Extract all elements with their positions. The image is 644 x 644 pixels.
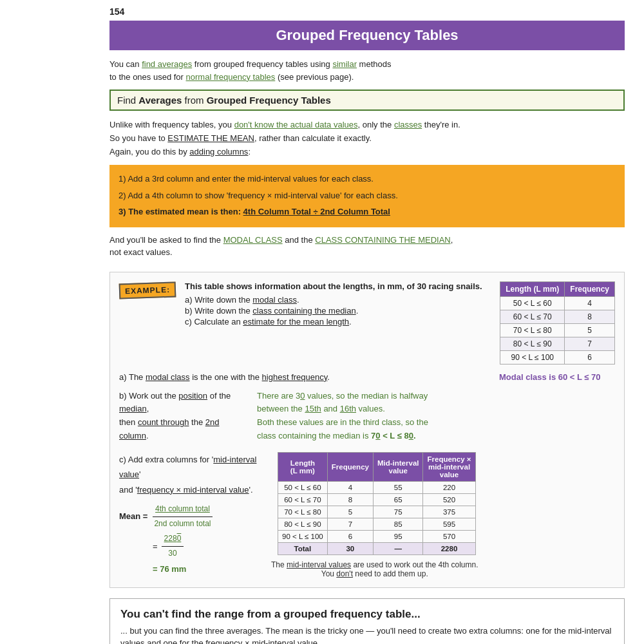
median-ref: median	[119, 404, 147, 413]
freq-table-cell: 8	[565, 310, 615, 323]
col-freq: Frequency	[565, 281, 615, 296]
similar-link[interactable]: similar	[332, 59, 357, 69]
ext-table-cell: 80 < L ≤ 90	[278, 518, 328, 530]
frequency-table: Length (L mm) Frequency 50 < L ≤ 60460 <…	[500, 281, 615, 365]
normal-freq-link[interactable]: normal frequency tables	[186, 72, 276, 82]
count-through-ref: count through	[138, 417, 189, 427]
bottom-box: You can't find the range from a grouped …	[109, 598, 625, 644]
ext-col-freqxmid: Frequency ×mid-intervalvalue	[423, 452, 475, 481]
freq-table-cell: 90 < L ≤ 100	[500, 350, 565, 364]
ext-total-cell: —	[373, 542, 423, 554]
find-averages-link[interactable]: find averages	[142, 59, 192, 69]
ext-table-cell: 75	[373, 506, 423, 518]
freq-table-cell: 70 < L ≤ 80	[500, 323, 565, 337]
step-1: 1) Add a 3rd column and enter the mid-in…	[118, 171, 616, 186]
part-c-line2: and 'frequency × mid-interval value'.	[119, 482, 261, 497]
class-median-q: class containing the median	[252, 306, 355, 316]
ext-table-cell: 520	[423, 493, 475, 506]
ext-table-cell: 7	[327, 518, 373, 530]
grouped-freq-bold: Grouped Frequency Tables	[207, 95, 331, 106]
highest-freq-ref: highest frequency	[262, 372, 328, 382]
col-length: Length (L mm)	[500, 281, 565, 296]
ext-col-freq: Frequency	[327, 452, 373, 481]
example-desc: This table shows information about the l…	[185, 281, 491, 291]
ext-table-cell: 6	[327, 530, 373, 542]
example-top-row: EXAMPLE: This table shows information ab…	[119, 281, 615, 365]
example-section: EXAMPLE: This table shows information ab…	[109, 272, 625, 588]
mean-row-1: Mean = 4th column total 2nd column total	[119, 502, 261, 531]
intro-paren: (see previous page).	[275, 72, 354, 82]
mean-label: Mean =	[119, 509, 147, 524]
freq-table-cell: 6	[565, 350, 615, 364]
ext-table-cell: 65	[373, 493, 423, 506]
ext-table-cell: 595	[423, 518, 475, 530]
adding-columns-link: adding columns	[189, 147, 248, 156]
freq-table-cell: 5	[565, 323, 615, 337]
part-c-line1: c) Add extra columns for 'mid-interval v…	[119, 452, 261, 482]
footnote: The mid-interval values are used to work…	[271, 560, 478, 578]
modal-text: And you'll be asked to find the MODAL CL…	[109, 234, 625, 259]
estimate-mean-q: estimate for the mean length	[243, 317, 349, 327]
question-b: b) Write down the class containing the m…	[185, 306, 491, 316]
ext-col-mid: Mid-intervalvalue	[373, 452, 423, 481]
ext-table-cell: 220	[423, 481, 475, 493]
intro-text: You can find averages from grouped frequ…	[109, 58, 625, 83]
find-averages-box: Find Averages from Grouped Frequency Tab…	[109, 90, 625, 111]
page-number: 154	[109, 6, 625, 17]
mean-2280: 2280	[162, 532, 184, 547]
mean-denominator: 2nd column total	[151, 517, 213, 531]
part-c-top: c) Add extra columns for 'mid-interval v…	[119, 452, 615, 578]
part-a-answer: Modal class is 60 < L ≤ 70	[499, 372, 615, 382]
ext-table-cell: 55	[373, 481, 423, 493]
mean-answer: = 76 mm	[153, 562, 186, 576]
ext-col-length: Length(L mm)	[278, 452, 328, 481]
part-b-right: There are 30 values, so the median is ha…	[257, 390, 615, 443]
class-median-link: CLASS CONTAINING THE MEDIAN	[315, 235, 450, 245]
body-text-1: Unlike with frequency tables, you don't …	[109, 118, 625, 158]
dont-footnote: don't	[336, 569, 353, 578]
freq-table-cell: 7	[565, 337, 615, 350]
example-table-wrap: Length (L mm) Frequency 50 < L ≤ 60460 <…	[500, 281, 615, 365]
averages-bold: Averages	[138, 95, 182, 106]
ext-table-cell: 60 < L ≤ 70	[278, 493, 328, 506]
part-a-text: a) The modal class is the one with the h…	[119, 372, 489, 382]
page: 154 Grouped Frequency Tables You can fin…	[0, 0, 644, 644]
intro-mid: from grouped frequency tables using	[192, 59, 332, 69]
find-from: from	[182, 95, 206, 106]
modal-class-ref: modal class	[146, 372, 190, 382]
modal-class-q: modal class	[252, 295, 297, 305]
ext-table-cell: 90 < L ≤ 100	[278, 530, 328, 542]
ext-table-cell: 8	[327, 493, 373, 506]
intro-pre: You can	[109, 59, 142, 69]
mid-interval-footnote: mid-interval values	[287, 560, 351, 569]
step-3: 3) The estimated mean is then: 4th Colum…	[118, 204, 616, 219]
ext-table-cell: 570	[423, 530, 475, 542]
bottom-box-title: You can't find the range from a grouped …	[120, 608, 614, 621]
extended-table-wrap: Length(L mm) Frequency Mid-intervalvalue…	[271, 452, 478, 578]
question-a: a) Write down the modal class.	[185, 295, 491, 305]
freq-x-mid-ref: frequency × mid-interval value	[137, 485, 249, 495]
steps-box: 1) Add a 3rd column and enter the mid-in…	[109, 165, 625, 227]
part-b-row: b) Work out the position of the median, …	[119, 390, 615, 443]
ext-table-cell: 95	[373, 530, 423, 542]
ext-table-cell: 50 < L ≤ 60	[278, 481, 328, 493]
mean-fraction-1: 4th column total 2nd column total	[151, 502, 213, 531]
part-c-section: c) Add extra columns for 'mid-interval v…	[119, 452, 615, 578]
part-b-left: b) Work out the position of the median, …	[119, 390, 248, 443]
freq-table-cell: 60 < L ≤ 70	[500, 310, 565, 323]
ext-table-cell: 375	[423, 506, 475, 518]
mean-30: 30	[166, 547, 179, 561]
mean-row-2: = 2280 30	[153, 532, 261, 560]
freq-table-cell: 50 < L ≤ 60	[500, 296, 565, 310]
find-prefix: Find	[117, 95, 138, 106]
step-3-underline: 4th Column Total ÷ 2nd Column Total	[243, 207, 390, 216]
ext-total-cell: 30	[327, 542, 373, 554]
mid-interval-ref: mid-interval value	[119, 455, 256, 479]
freq-table-cell: 80 < L ≤ 90	[500, 337, 565, 350]
ext-total-cell: 2280	[423, 542, 475, 554]
step-2: 2) Add a 4th column to show 'frequency ×…	[118, 188, 616, 203]
part-a-row: a) The modal class is the one with the h…	[119, 372, 615, 382]
mean-numerator: 4th column total	[153, 502, 213, 517]
ext-table-cell: 70 < L ≤ 80	[278, 506, 328, 518]
ext-total-cell: Total	[278, 542, 328, 554]
